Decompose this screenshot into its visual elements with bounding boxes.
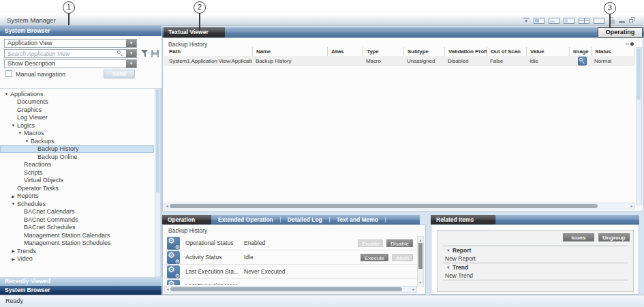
tab-operation[interactable]: Operation — [162, 215, 211, 224]
collapse-arrow-icon[interactable]: ▼ — [10, 202, 17, 206]
tree-item-backup-history[interactable]: Backup History — [0, 145, 154, 154]
restore-icon[interactable] — [629, 17, 636, 24]
scroll-down-arrow-icon[interactable]: ▼ — [418, 280, 423, 285]
tree-item-management-station-schedules[interactable]: Management Station Schedules — [0, 239, 154, 248]
tree-item-bacnet-commands[interactable]: BACnet Commands — [0, 216, 154, 224]
scroll-right-arrow-icon[interactable]: ► — [411, 287, 416, 292]
scroll-left-arrow-icon[interactable]: ◄ — [164, 203, 170, 209]
ungroup-button[interactable]: Ungroup — [598, 233, 630, 242]
minimize-icon[interactable] — [619, 18, 625, 24]
tree-item-trends[interactable]: ▶Trends — [0, 247, 154, 255]
table-vertical-scrollbar[interactable] — [636, 47, 642, 205]
collapse-arrow-icon[interactable]: ▼ — [446, 265, 453, 269]
layout-bottom-pane-icon[interactable] — [549, 18, 559, 24]
tree-item-macros[interactable]: ▼Macros — [0, 130, 154, 138]
search-input[interactable] — [5, 50, 111, 57]
table-horizontal-scrollbar[interactable]: ◄ ► — [164, 203, 635, 209]
chevron-down-icon[interactable]: ▼ — [126, 60, 136, 68]
collapse-panes-icon[interactable]: ▼ — [523, 18, 530, 24]
magnifier-icon[interactable] — [578, 57, 587, 65]
view-dropdown[interactable]: Application View ▼ — [4, 39, 137, 48]
tree-scrollbar[interactable] — [155, 89, 161, 277]
column-header-status[interactable]: Status — [591, 47, 634, 56]
group-header-trend[interactable]: ▼Trend — [443, 263, 628, 272]
tree-item-bacnet-schedules[interactable]: BACnet Schedules — [0, 224, 154, 232]
tab-extended-operation[interactable]: Extended Operation — [211, 215, 280, 224]
system-browser-bottom-bar[interactable]: System Browser — [0, 286, 162, 295]
enable-button[interactable]: Enable — [358, 239, 383, 247]
tree-item-applications[interactable]: ▼Applications — [0, 90, 154, 98]
column-header-subtype[interactable]: Subtype — [403, 47, 444, 56]
collapse-arrow-icon[interactable]: ▼ — [446, 248, 453, 252]
group-header-report[interactable]: ▼Report — [443, 246, 628, 254]
save-filter-icon[interactable] — [151, 50, 159, 57]
column-header-image[interactable]: Image — [569, 47, 591, 56]
column-header-path[interactable]: Path — [164, 47, 252, 56]
collapse-arrow-icon[interactable]: ▼ — [10, 123, 17, 128]
scrollbar-thumb[interactable] — [170, 287, 402, 291]
tree-item-graphics[interactable]: Graphics — [0, 106, 154, 114]
operating-mode-button[interactable]: Operating — [598, 27, 643, 38]
related-item-new-report[interactable]: New Report — [443, 254, 628, 263]
layout-split-vertical-icon[interactable] — [534, 18, 545, 24]
column-header-value[interactable]: Value — [526, 47, 569, 56]
layout-left-pane-icon[interactable] — [564, 18, 574, 24]
description-dropdown[interactable]: Show Description ▼ — [4, 59, 137, 68]
scroll-left-arrow-icon[interactable]: ◄ — [165, 287, 170, 292]
tab-textual-viewer[interactable]: Textual Viewer — [164, 27, 225, 38]
tree-item-backups[interactable]: ▼Backups — [0, 137, 154, 145]
tree-scrollbar-thumb[interactable] — [156, 90, 159, 192]
tree-item-reactions[interactable]: Reactions — [0, 161, 154, 169]
send-button[interactable]: Send — [104, 70, 135, 78]
related-item-new-trend[interactable]: New Trend — [443, 272, 628, 280]
layout-single-pane-icon[interactable] — [594, 18, 604, 24]
operation-horizontal-scrollbar[interactable]: ◄ ► — [164, 286, 417, 293]
tree-item-log-viewer[interactable]: Log Viewer — [0, 114, 154, 122]
collapse-arrow-icon[interactable]: ▼ — [16, 131, 24, 135]
callout-2-line — [199, 13, 200, 31]
collapse-arrow-icon[interactable]: ▼ — [23, 139, 31, 143]
table-header-row: PathNameAliasTypeSubtypeValidation Profi… — [164, 47, 635, 56]
abort-button[interactable]: Abort — [392, 254, 413, 261]
tree-item-bacnet-calendars[interactable]: BACnet Calendars — [0, 208, 154, 216]
scroll-right-arrow-icon[interactable]: ► — [629, 203, 634, 209]
layout-quad-icon[interactable] — [579, 18, 589, 24]
table-row[interactable]: System1.Application View:Applicatio...Ba… — [164, 56, 635, 66]
tree-item-schedules[interactable]: ▼Schedules — [0, 200, 154, 208]
icons-button[interactable]: Icons — [563, 233, 594, 242]
column-header-validation-profile[interactable]: Validation Profile — [444, 47, 487, 56]
scrollbar-thumb[interactable] — [170, 204, 598, 208]
tree-item-scripts[interactable]: Scripts — [0, 169, 154, 177]
tree-item-documents[interactable]: Documents — [0, 98, 154, 106]
tree-item-management-station-calendars[interactable]: Management Station Calendars — [0, 231, 154, 239]
tab-detailed-log[interactable]: Detailed Log — [281, 215, 329, 224]
execute-button[interactable]: Execute — [361, 254, 388, 261]
tree-item-logics[interactable]: ▼Logics — [0, 121, 154, 130]
tree-item-video[interactable]: ▶Video — [0, 255, 154, 263]
filter-icon[interactable] — [140, 49, 149, 58]
column-header-type[interactable]: Type — [363, 47, 403, 56]
column-header-alias[interactable]: Alias — [327, 47, 363, 56]
expand-arrow-icon[interactable]: ▶ — [10, 248, 17, 253]
column-header-name[interactable]: Name — [252, 47, 327, 56]
tree-item-virtual-objects[interactable]: Virtual Objects — [0, 177, 154, 185]
recently-viewed-bar[interactable]: Recently Viewed — [0, 277, 162, 286]
scrollbar-thumb[interactable] — [637, 48, 641, 100]
chevron-down-icon[interactable]: ▼ — [126, 40, 136, 47]
expand-arrow-icon[interactable]: ▶ — [10, 194, 17, 199]
column-header-out-of-scan[interactable]: Out of Scan — [487, 47, 526, 56]
tree-item-reports[interactable]: ▶Reports — [0, 192, 154, 201]
expand-arrow-icon[interactable]: ▶ — [10, 257, 17, 261]
manual-navigation-checkbox[interactable] — [5, 70, 12, 77]
tree-item-backup-online[interactable]: Backup Online — [0, 153, 154, 161]
operation-vertical-scrollbar[interactable]: ▲ ▼ — [417, 236, 424, 287]
collapse-arrow-icon[interactable]: ▼ — [3, 92, 10, 96]
tree-item-operator-tasks[interactable]: Operator Tasks — [0, 184, 154, 192]
search-dropdown-chevron-icon[interactable]: ▼ — [126, 50, 136, 57]
disable-button[interactable]: Disable — [386, 239, 413, 247]
scroll-up-arrow-icon[interactable]: ▲ — [418, 237, 423, 243]
tab-text-and-memo[interactable]: Text and Memo — [330, 215, 385, 224]
scrollbar-thumb[interactable] — [418, 243, 423, 269]
tab-related-items[interactable]: Related Items — [431, 215, 495, 224]
pin-icon[interactable] — [626, 42, 634, 46]
